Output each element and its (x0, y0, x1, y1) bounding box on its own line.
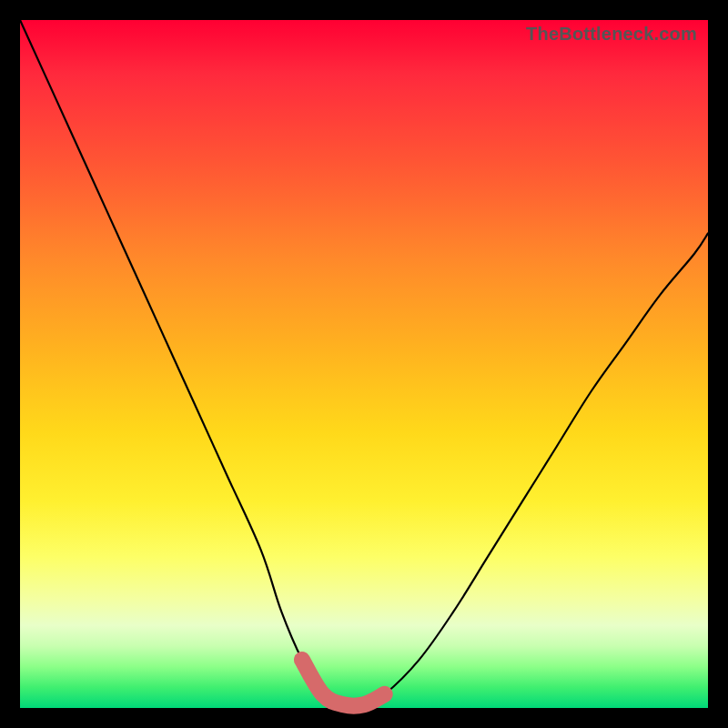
bottleneck-curve (20, 20, 708, 708)
plot-area: TheBottleneck.com (20, 20, 708, 708)
chart-frame: TheBottleneck.com (0, 0, 728, 728)
curve-path (20, 20, 708, 706)
sweet-spot-path (302, 660, 385, 706)
